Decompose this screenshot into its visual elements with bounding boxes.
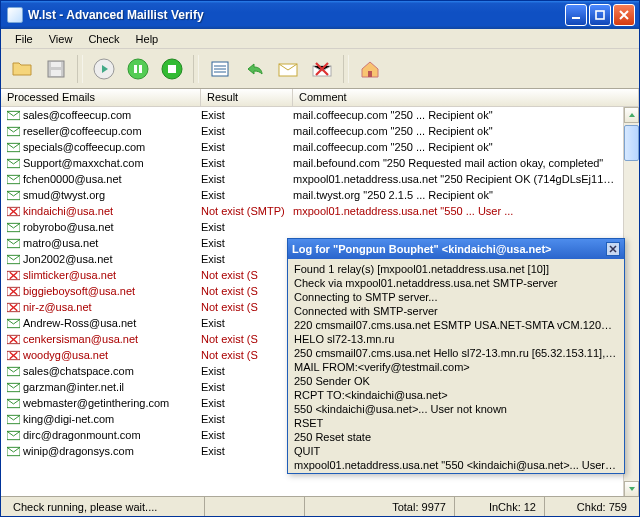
cell-email: webmaster@getinthering.com	[23, 397, 201, 409]
vertical-scrollbar[interactable]	[623, 107, 639, 497]
log-line: Found 1 relay(s) [mxpool01.netaddress.us…	[294, 262, 618, 276]
mail-bad-icon	[5, 350, 21, 361]
cell-email: sales@coffeecup.com	[23, 109, 201, 121]
svg-rect-14	[368, 71, 372, 77]
svg-rect-8	[139, 65, 142, 73]
table-row[interactable]: smud@twyst.orgExistmail.twyst.org "250 2…	[1, 187, 639, 203]
cell-email: Support@maxxchat.com	[23, 157, 201, 169]
log-line: 250 Sender OK	[294, 374, 618, 388]
column-email[interactable]: Processed Emails	[1, 89, 201, 106]
cell-result: Exist	[201, 445, 293, 457]
maximize-button[interactable]	[589, 4, 611, 26]
list-button[interactable]	[205, 54, 235, 84]
cell-email: winip@dragonsys.com	[23, 445, 201, 457]
scroll-up-button[interactable]	[624, 107, 639, 123]
cell-comment: mail.befound.com "250 Requested mail act…	[293, 157, 639, 169]
mail-ok-icon	[5, 158, 21, 169]
minimize-button[interactable]	[565, 4, 587, 26]
menu-help[interactable]: Help	[128, 31, 167, 47]
log-line: Check via mxpool01.netaddress.usa.net SM…	[294, 276, 618, 290]
popup-close-button[interactable]	[606, 242, 620, 256]
column-comment[interactable]: Comment	[293, 89, 639, 106]
log-line: 550 <kindaichi@usa.net>... User not know…	[294, 402, 618, 416]
cell-email: garzman@inter.net.il	[23, 381, 201, 393]
menu-file[interactable]: File	[7, 31, 41, 47]
popup-title: Log for "Pongpun Bouphet" <kindaichi@usa…	[292, 243, 606, 255]
cell-result: Not exist (S	[201, 301, 293, 313]
log-line: HELO sl72-13.mn.ru	[294, 332, 618, 346]
cell-result: Exist	[201, 413, 293, 425]
stop-button[interactable]	[157, 54, 187, 84]
cell-email: king@digi-net.com	[23, 413, 201, 425]
mail-ok-icon	[5, 382, 21, 393]
mail-bad-icon	[5, 286, 21, 297]
cell-email: cenkersisman@usa.net	[23, 333, 201, 345]
cell-email: kindaichi@usa.net	[23, 205, 201, 217]
mail-ok-icon	[5, 414, 21, 425]
delete-button[interactable]	[307, 54, 337, 84]
cell-email: Jon2002@usa.net	[23, 253, 201, 265]
status-inchk: InChk: 12	[455, 497, 545, 516]
popup-body: Found 1 relay(s) [mxpool01.netaddress.us…	[288, 259, 624, 473]
cell-result: Exist	[201, 125, 293, 137]
mail-button[interactable]	[273, 54, 303, 84]
cell-email: nir-z@usa.net	[23, 301, 201, 313]
menu-view[interactable]: View	[41, 31, 81, 47]
mail-ok-icon	[5, 142, 21, 153]
cell-email: Andrew-Ross@usa.net	[23, 317, 201, 329]
table-row[interactable]: reseller@coffeecup.comExistmail.coffeecu…	[1, 123, 639, 139]
menu-bar: File View Check Help	[1, 29, 639, 49]
log-line: Connecting to SMTP server...	[294, 290, 618, 304]
play-button[interactable]	[89, 54, 119, 84]
status-chkd: Chkd: 759	[545, 497, 635, 516]
table-row[interactable]: specials@coffeecup.comExistmail.coffeecu…	[1, 139, 639, 155]
mail-bad-icon	[5, 302, 21, 313]
cell-result: Not exist (S	[201, 349, 293, 361]
close-button[interactable]	[613, 4, 635, 26]
log-line: QUIT	[294, 444, 618, 458]
log-line: 220 cmsmail07.cms.usa.net ESMTP USA.NET-…	[294, 318, 618, 332]
log-line: RSET	[294, 416, 618, 430]
cell-email: specials@coffeecup.com	[23, 141, 201, 153]
status-total: Total: 9977	[305, 497, 455, 516]
mail-ok-icon	[5, 430, 21, 441]
mail-bad-icon	[5, 334, 21, 345]
cell-email: woodyg@usa.net	[23, 349, 201, 361]
scroll-down-button[interactable]	[624, 481, 639, 497]
table-row[interactable]: Support@maxxchat.comExistmail.befound.co…	[1, 155, 639, 171]
mail-ok-icon	[5, 126, 21, 137]
svg-rect-1	[596, 11, 604, 19]
mail-bad-icon	[5, 206, 21, 217]
home-button[interactable]	[355, 54, 385, 84]
svg-rect-3	[51, 70, 61, 76]
log-line: Connected with SMTP-server	[294, 304, 618, 318]
mail-ok-icon	[5, 110, 21, 121]
menu-check[interactable]: Check	[80, 31, 127, 47]
save-button[interactable]	[41, 54, 71, 84]
scroll-thumb[interactable]	[624, 125, 639, 161]
table-row[interactable]: fchen0000@usa.netExistmxpool01.netaddres…	[1, 171, 639, 187]
svg-point-6	[128, 59, 148, 79]
cell-result: Exist	[201, 141, 293, 153]
cell-comment: mail.coffeecup.com "250 ... Recipient ok…	[293, 125, 639, 137]
column-headers: Processed Emails Result Comment	[1, 89, 639, 107]
column-result[interactable]: Result	[201, 89, 293, 106]
cell-comment: mail.coffeecup.com "250 ... Recipient ok…	[293, 141, 639, 153]
toolbar	[1, 49, 639, 89]
cell-result: Exist	[201, 397, 293, 409]
popup-title-bar[interactable]: Log for "Pongpun Bouphet" <kindaichi@usa…	[288, 239, 624, 259]
table-row[interactable]: sales@coffeecup.comExistmail.coffeecup.c…	[1, 107, 639, 123]
log-line: RCPT TO:<kindaichi@usa.net>	[294, 388, 618, 402]
scroll-track[interactable]	[624, 123, 639, 481]
cell-comment: mail.twyst.org "250 2.1.5 ... Recipient …	[293, 189, 639, 201]
cell-comment: mxpool01.netaddress.usa.net "550 ... Use…	[293, 205, 639, 217]
cell-result: Exist	[201, 157, 293, 169]
mail-ok-icon	[5, 238, 21, 249]
cell-result: Exist	[201, 381, 293, 393]
reply-button[interactable]	[239, 54, 269, 84]
pause-button[interactable]	[123, 54, 153, 84]
table-row[interactable]: kindaichi@usa.netNot exist (SMTP)mxpool0…	[1, 203, 639, 219]
cell-email: smud@twyst.org	[23, 189, 201, 201]
table-row[interactable]: robyrobo@usa.netExist	[1, 219, 639, 235]
open-button[interactable]	[7, 54, 37, 84]
